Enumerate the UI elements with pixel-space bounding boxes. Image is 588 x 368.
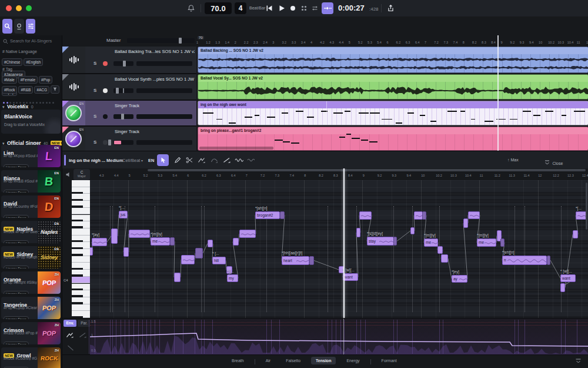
note[interactable]: my <box>227 274 238 282</box>
track-header[interactable]: Ballad Backing Tra...les SOS NO 1 JW v2S <box>85 47 196 74</box>
solo-button[interactable]: S <box>93 114 96 119</box>
pagination-dot[interactable] <box>39 102 41 104</box>
note[interactable] <box>123 247 129 257</box>
beats-per-bar-display[interactable]: 4 <box>235 2 246 14</box>
close-editor-button[interactable]: Close <box>544 157 563 167</box>
track-header[interactable]: Singer TrackS <box>85 127 196 152</box>
param-tab-breath[interactable]: Breath <box>227 357 249 364</box>
note[interactable]: heart <box>282 256 309 265</box>
clip-0[interactable]: Ballad Backing ... SOS NO 1 JW v2 <box>198 47 588 73</box>
note[interactable] <box>195 248 203 258</box>
piano-roll-v-scrollbar[interactable] <box>586 183 587 230</box>
singer-card-david[interactable]: David#Pop #Country #FolLicense Free>DEN <box>1 195 61 218</box>
lyric-language-button[interactable]: EN <box>148 158 154 163</box>
follow-playhead-button[interactable] <box>322 2 333 14</box>
singer-card-sidney[interactable]: NEW Sidney#Disco #Pop #BrighLicense Free… <box>1 246 61 268</box>
volume-slider[interactable] <box>136 140 192 145</box>
param-tab-formant[interactable]: Formant <box>377 357 402 364</box>
note[interactable] <box>560 283 565 292</box>
anchor-curve-tool-icon[interactable] <box>211 157 218 164</box>
quantize-secondary[interactable]: Cell/Beat <box>122 158 140 163</box>
editing-clip-name[interactable]: ing on the nigh ... <box>69 158 105 163</box>
note[interactable]: hill <box>212 257 226 264</box>
note-grid[interactable]: *[ay]jus*[...me*[m][iy]hill* [...my* [..… <box>90 180 588 318</box>
record-arm-dot[interactable] <box>103 61 108 66</box>
param-tab-air[interactable]: Air <box>261 357 276 364</box>
note[interactable] <box>181 255 195 264</box>
preview-speaker-icon[interactable] <box>65 171 72 178</box>
more-filters-icon[interactable] <box>51 85 59 94</box>
language-filter-chip[interactable]: #English <box>24 58 43 66</box>
envelope-tab[interactable]: Env. <box>64 320 76 327</box>
envelope-graph[interactable]: 1.510.3 <box>90 319 588 355</box>
record-mode-button[interactable] <box>14 19 24 34</box>
note[interactable] <box>239 230 256 238</box>
singer-card-naples[interactable]: NEW Naples#Rock #Pop #PowerLicense Free>… <box>1 221 61 243</box>
quantize-caret-icon[interactable]: ▾ <box>141 158 143 163</box>
tag-filter-chip[interactable]: #ACG <box>34 86 49 94</box>
solo-button[interactable]: S <box>93 140 96 145</box>
note[interactable]: n <box>502 256 547 265</box>
select-tool-button[interactable] <box>157 154 169 166</box>
note[interactable]: brogan#2 <box>255 211 280 219</box>
note[interactable]: me <box>151 237 170 246</box>
track-icon-cell[interactable] <box>62 47 85 74</box>
note[interactable] <box>359 211 372 220</box>
solo-button[interactable]: S <box>93 88 96 93</box>
collapse-panel-icon[interactable] <box>575 358 582 364</box>
notification-bell-icon[interactable] <box>187 4 195 12</box>
singer-card-crimson[interactable]: Crimson#R&B #Soul #Pop #VLicense Free>PO… <box>1 322 61 344</box>
singer-card-bianca[interactable]: Bianca#Pop #R&B #Soul #CLicense Free>BEN <box>1 170 61 193</box>
note[interactable]: me <box>477 238 496 247</box>
pagination-dot[interactable] <box>52 102 54 104</box>
track-header[interactable]: Singer TrackS <box>85 101 196 127</box>
volume-handle[interactable] <box>116 88 119 94</box>
language-filter-chip[interactable]: #Chinese <box>2 58 22 66</box>
master-volume-slider[interactable] <box>127 38 195 43</box>
record-arm-dot[interactable] <box>103 140 108 145</box>
note[interactable] <box>129 230 150 238</box>
record-arm-dot[interactable] <box>103 114 108 119</box>
key-signature-box[interactable]: C Major <box>74 169 90 180</box>
singer-card-lien[interactable]: Lien#Pop #Kpop #Soul #SLicense Free>LEN <box>1 145 61 167</box>
volume-slider[interactable] <box>136 114 192 119</box>
param-tab-falsetto[interactable]: Falsetto <box>281 357 305 364</box>
track-icon-cell[interactable] <box>62 74 85 101</box>
tempo-display[interactable]: 70.0 <box>205 2 232 14</box>
note[interactable] <box>90 247 93 256</box>
note[interactable]: stay <box>367 237 394 246</box>
clip-2[interactable]: ing on the nigh owe wont <box>198 101 588 125</box>
volume-handle[interactable] <box>108 140 111 145</box>
note[interactable] <box>174 273 181 282</box>
quantize-primary[interactable]: Medium <box>106 158 123 163</box>
mixer-settings-button[interactable] <box>26 19 35 34</box>
note[interactable] <box>547 256 550 265</box>
env-draw-tool-icon[interactable] <box>66 331 74 339</box>
env-line-tool-icon[interactable] <box>67 344 74 352</box>
note[interactable] <box>437 246 443 254</box>
loop-button[interactable] <box>311 5 319 12</box>
note[interactable] <box>441 254 448 263</box>
note[interactable] <box>393 237 397 246</box>
pagination-dot[interactable] <box>42 102 44 104</box>
note[interactable]: me <box>424 238 438 247</box>
note[interactable]: jus <box>119 211 128 218</box>
pagination-dot[interactable] <box>46 102 48 104</box>
record-button[interactable] <box>289 5 296 12</box>
traffic-light-close-button[interactable] <box>6 5 12 11</box>
record-arm-dot[interactable] <box>103 88 108 93</box>
metronome-pads-icon[interactable] <box>300 5 308 12</box>
maximize-editor-button[interactable]: ↑ Max <box>507 158 519 162</box>
note[interactable] <box>422 211 426 220</box>
note[interactable] <box>356 228 360 237</box>
note[interactable] <box>233 238 239 246</box>
traffic-light-minimize-button[interactable] <box>16 5 22 11</box>
pan-slider[interactable] <box>113 140 133 145</box>
note[interactable] <box>170 237 175 246</box>
track-icon-cell[interactable]: EN <box>62 127 85 152</box>
param-tab-tension[interactable]: Tension <box>311 357 336 364</box>
tag-filter-chip[interactable]: #R&B <box>18 86 33 94</box>
note[interactable] <box>208 240 213 247</box>
export-upload-icon[interactable] <box>387 4 395 12</box>
brush-curve-tool-icon[interactable] <box>223 157 230 164</box>
